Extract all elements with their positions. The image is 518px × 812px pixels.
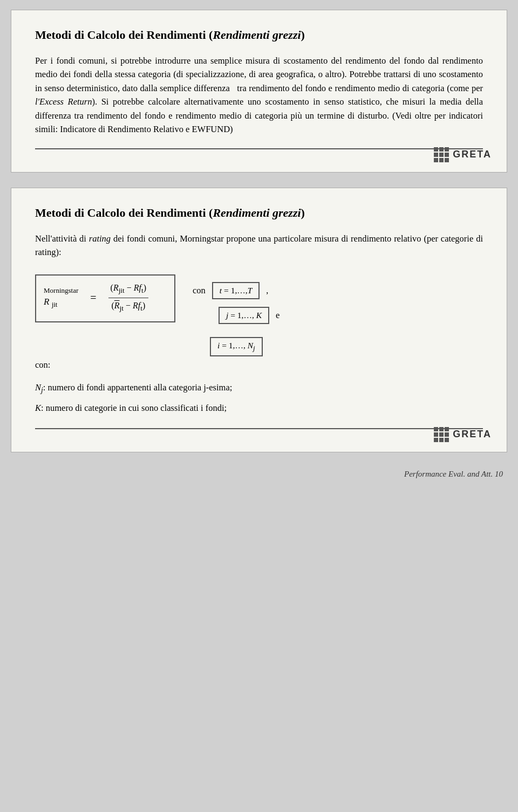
condition-row-1: con t = 1,…,T , (193, 282, 280, 299)
page-footer: Performance Eval. and Att. 10 (11, 470, 507, 479)
definitions-section: Nj: numero di fondi appartenenti alla ca… (35, 380, 483, 416)
greta-grid-icon (434, 147, 449, 162)
greta-logo-2: GRETA (434, 427, 492, 442)
formula-section: Morningstar R jit = (Rjit − Rft) (Rjt − … (35, 274, 483, 332)
e-label: e (276, 310, 280, 321)
greta-label-1: GRETA (453, 149, 492, 160)
slide-2: Metodi di Calcolo dei Rendimenti (Rendim… (11, 188, 507, 452)
greta-label-2: GRETA (453, 429, 492, 440)
formula-equals-sign: = (90, 292, 96, 304)
con-row: i = 1,…, Nj (35, 337, 483, 356)
formula-numerator: (Rjit − Rft) (108, 282, 149, 296)
slide-2-divider (35, 428, 483, 429)
page-number: Performance Eval. and Att. 10 (404, 470, 503, 479)
greta-logo-1: GRETA (434, 147, 492, 162)
condition-box-3: i = 1,…, Nj (210, 337, 263, 356)
slide-2-intro: Nell'attività di rating dei fondi comuni… (35, 232, 483, 259)
formula-box: Morningstar R jit = (Rjit − Rft) (Rjt − … (35, 274, 175, 322)
formula-fraction: (Rjit − Rft) (Rjt − Rft) (108, 282, 149, 314)
greta-grid-icon-2 (434, 427, 449, 442)
slide-1-body: Per i fondi comuni, si potrebbe introdur… (35, 54, 483, 136)
condition-row-3: i = 1,…, Nj (210, 337, 263, 356)
con-word-label: con: (35, 360, 483, 370)
condition-box-2: j = 1,…, K (219, 307, 269, 324)
slide-2-title: Metodi di Calcolo dei Rendimenti (Rendim… (35, 205, 483, 221)
conditions-section: con t = 1,…,T , j = 1,…, K e (193, 282, 280, 332)
slide-1-divider (35, 148, 483, 149)
condition-box-1: t = 1,…,T (212, 282, 260, 299)
slide-1: Metodi di Calcolo dei Rendimenti (Rendim… (11, 10, 507, 173)
con-label-inline: con (193, 285, 206, 296)
comma-1: , (266, 286, 268, 295)
slide-1-title: Metodi di Calcolo dei Rendimenti (Rendim… (35, 27, 483, 43)
def-2: K: numero di categorie in cui sono class… (35, 401, 483, 416)
formula-denominator: (Rjt − Rft) (109, 300, 147, 314)
formula-lhs: Morningstar R jit (44, 286, 78, 309)
def-1: Nj: numero di fondi appartenenti alla ca… (35, 380, 483, 397)
condition-row-2: j = 1,…, K e (219, 307, 280, 324)
fraction-bar (108, 298, 149, 298)
rating-word: rating (89, 233, 111, 244)
